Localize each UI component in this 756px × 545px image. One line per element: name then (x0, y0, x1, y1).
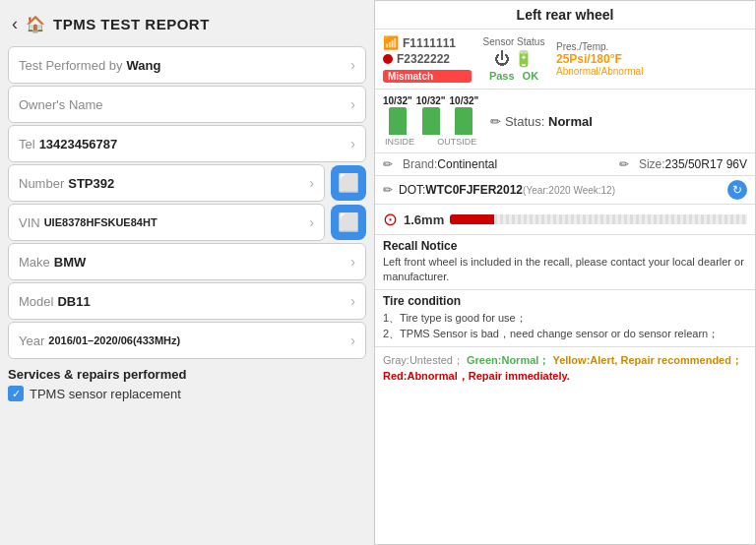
size-text: Size:235/50R17 96V (639, 157, 747, 171)
recall-section: Recall Notice Left front wheel is includ… (375, 235, 755, 290)
field-model[interactable]: Model DB11 › (8, 282, 366, 320)
brand-size-row: ✏ Brand:Continental ✏ Size:235/50R17 96V (375, 153, 755, 176)
sensor-id-2: F2322222 (397, 52, 450, 66)
field-number-row: Number STP392 › ⬜ (8, 164, 366, 202)
service-label-tpms: TPMS sensor replacement (30, 387, 181, 401)
scan-button-number[interactable]: ⬜ (331, 165, 366, 201)
field-value-make: BMW (54, 255, 87, 270)
right-panel: Left rear wheel 📶 F1111111 F2322222 Mism… (374, 0, 756, 545)
chevron-icon-6: › (350, 293, 355, 309)
status-display: ✏ Status: Normal (490, 114, 593, 129)
dot-row: ✏ DOT:WTC0FJFER2012(Year:2020 Week:12) ↻ (375, 176, 755, 205)
field-number[interactable]: Number STP392 › (8, 164, 325, 202)
back-button[interactable]: ‹ (12, 14, 18, 34)
dot-year: (Year:2020 Week:12) (523, 185, 615, 196)
field-value-test-performed: Wang (127, 58, 161, 73)
sensor-id-row-1: 📶 F1111111 (383, 35, 472, 50)
brand-label: Brand: (403, 157, 437, 171)
power-icon: ⏻ (494, 50, 510, 68)
checkbox-tpms[interactable]: ✓ (8, 386, 24, 401)
field-value-number: STP392 (68, 176, 114, 191)
brand-value: Continental (437, 157, 497, 171)
field-vin-row: VIN UIE8378HFSKUE84HT › ⬜ (8, 204, 366, 241)
tread-val-2: 10/32" (450, 95, 479, 106)
home-icon[interactable]: 🏠 (26, 15, 45, 33)
chevron-icon-0: › (350, 57, 355, 73)
recall-title: Recall Notice (383, 239, 747, 253)
sync-button[interactable]: ↻ (727, 180, 747, 200)
wear-section: ⊙ 1.6mm (375, 205, 755, 235)
tread-bar-middle: 10/32" (416, 95, 446, 135)
tread-outside-label: OUTSIDE (437, 137, 476, 147)
field-label-vin: VIN (19, 215, 40, 230)
scan-button-vin[interactable]: ⬜ (331, 205, 366, 240)
field-vin[interactable]: VIN UIE8378HFSKUE84HT › (8, 204, 325, 241)
size-label: Size: (639, 157, 665, 171)
field-owners-name[interactable]: Owner's Name › (8, 86, 366, 123)
tire-condition-title: Tire condition (383, 294, 747, 308)
field-label-number: Number (19, 176, 64, 191)
tire-condition-line-0: 1、Tire type is good for use； (383, 310, 747, 327)
field-label-tel: Tel (19, 137, 35, 151)
page-title: TPMS TEST REPORT (53, 16, 210, 32)
field-value-vin: UIE8378HFSKUE84HT (44, 216, 158, 228)
wear-bar-remaining (494, 214, 747, 224)
dot-label: DOT: (399, 183, 425, 197)
chevron-icon-2: › (350, 136, 355, 151)
field-value-year: 2016/01–2020/06(433MHz) (48, 334, 180, 346)
tread-inside-label: INSIDE (385, 137, 414, 147)
sensor-id-row-2: F2322222 (383, 52, 472, 66)
wifi-icon: 📶 (383, 35, 399, 50)
status-value: Normal (548, 114, 593, 129)
tread-bar-1 (422, 107, 440, 135)
legend-red: Red:Abnormal，Repair immediately. (383, 370, 570, 382)
chevron-icon-4: › (309, 214, 314, 230)
dot-text: DOT:WTC0FJFER2012(Year:2020 Week:12) (399, 183, 615, 197)
status-icons-row: ⏻ 🔋 (494, 49, 534, 68)
dot-value: WTC0FJFER2012 (425, 183, 523, 197)
edit-brand-icon: ✏ (383, 157, 393, 171)
scan-icon-vin: ⬜ (338, 212, 359, 233)
legend-green: Green:Normal； (467, 354, 549, 366)
tread-bar-0 (389, 107, 407, 135)
wheel-title: Left rear wheel (375, 1, 755, 30)
pass-ok-row: Pass OK (489, 70, 538, 82)
field-year[interactable]: Year 2016/01–2020/06(433MHz) › (8, 322, 366, 359)
tread-bar-outside: 10/32" (450, 95, 479, 135)
tread-bar-inside: 10/32" (383, 95, 412, 135)
chevron-icon-7: › (350, 333, 355, 348)
field-make[interactable]: Make BMW › (8, 243, 366, 280)
field-tel[interactable]: Tel 13423456787 › (8, 125, 366, 162)
tread-bar-2 (455, 107, 472, 135)
sync-icon-symbol: ↻ (732, 183, 742, 197)
scan-icon-number: ⬜ (338, 172, 359, 194)
status-label: ✏ (490, 114, 505, 129)
mismatch-badge: Mismatch (383, 70, 472, 83)
legend-yellow: Yellow:Alert, Repair recommended； (552, 354, 742, 366)
left-panel: ‹ 🏠 TPMS TEST REPORT Test Performed by W… (0, 0, 374, 545)
battery-icon: 🔋 (514, 49, 534, 68)
tread-labels: INSIDE OUTSIDE (383, 137, 478, 147)
field-label-owners-name: Owner's Name (19, 97, 103, 112)
checkmark-icon: ✓ (12, 388, 21, 400)
wear-value: 1.6mm (404, 212, 444, 227)
services-section: Services & repairs performed ✓ TPMS sens… (8, 367, 366, 401)
field-test-performed[interactable]: Test Performed by Wang › (8, 46, 366, 84)
sensor-id-1: F1111111 (403, 36, 456, 50)
ok-text: OK (523, 70, 539, 82)
wear-bar-container (450, 214, 747, 224)
edit-size-icon: ✏ (619, 157, 629, 171)
chevron-icon-3: › (309, 175, 314, 191)
tread-val-1: 10/32" (416, 95, 446, 106)
legend-section: Gray:Untested； Green:Normal； Yellow:Aler… (375, 347, 755, 390)
sensor-ids-column: 📶 F1111111 F2322222 Mismatch (383, 35, 472, 83)
field-label-model: Model (19, 294, 53, 309)
service-item-0[interactable]: ✓ TPMS sensor replacement (8, 386, 366, 401)
wear-icon: ⊙ (383, 209, 398, 230)
wear-bar-fill (450, 214, 494, 224)
app-header: ‹ 🏠 TPMS TEST REPORT (8, 8, 366, 40)
field-value-tel: 13423456787 (39, 137, 118, 151)
field-label-make: Make (19, 255, 50, 270)
sensor-status-header: Sensor Status (483, 36, 545, 47)
brand-text: Brand:Continental (403, 157, 497, 171)
